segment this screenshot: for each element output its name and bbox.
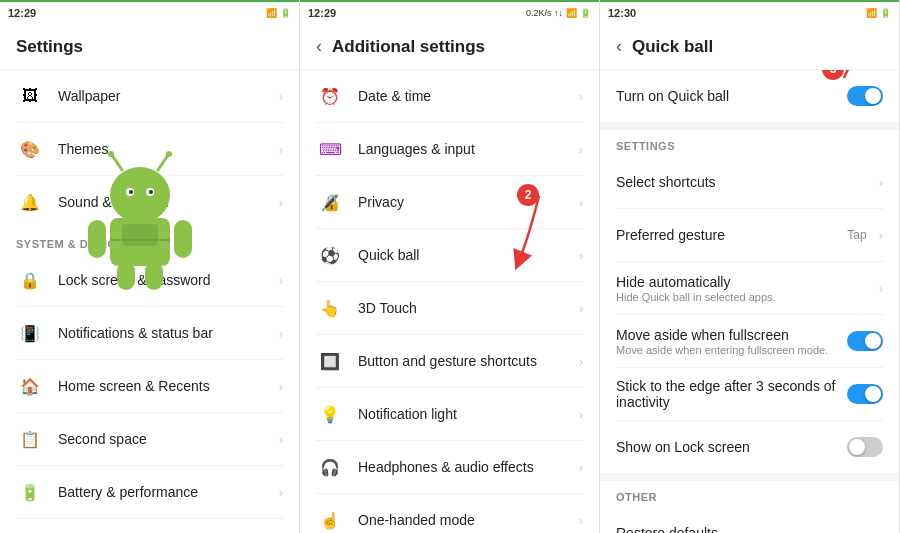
item-move-aside[interactable]: Move aside when fullscreen Move aside wh… xyxy=(600,315,899,367)
headphones-label: Headphones & audio effects xyxy=(358,459,571,475)
turn-on-label: Turn on Quick ball xyxy=(616,88,847,104)
badge-2: 2 xyxy=(517,184,539,206)
stick-edge-toggle[interactable] xyxy=(847,384,883,404)
item-homescreen[interactable]: 🏠 Home screen & Recents › xyxy=(0,360,299,412)
notifications-label: Notifications & status bar xyxy=(58,325,271,341)
headphones-icon: 🎧 xyxy=(316,453,344,481)
system-device-label: SYSTEM & DEVICE xyxy=(0,228,299,254)
touch3d-label: 3D Touch xyxy=(358,300,571,316)
item-datetime[interactable]: ⏰ Date & time › xyxy=(300,70,599,122)
wallpaper-chevron: › xyxy=(279,89,283,104)
left-panel-title: Settings xyxy=(16,37,83,57)
middle-panel-title: Additional settings xyxy=(332,37,485,57)
quickball-toggle[interactable] xyxy=(847,86,883,106)
move-aside-toggle[interactable] xyxy=(847,331,883,351)
right-panel: 12:30 📶 🔋 ‹ Quick ball Turn on Quick bal… xyxy=(600,0,900,533)
privacy-icon: 🔏 xyxy=(316,188,344,216)
item-button-gestures[interactable]: 🔲 Button and gesture shortcuts › xyxy=(300,335,599,387)
quickball-label: Quick ball xyxy=(358,247,571,263)
back-arrow-middle[interactable]: ‹ xyxy=(316,36,322,57)
back-arrow-right[interactable]: ‹ xyxy=(616,36,622,57)
secondspace-label: Second space xyxy=(58,431,271,447)
right-settings-list: Turn on Quick ball 3 SETTINGS Se xyxy=(600,70,899,533)
move-aside-label: Move aside when fullscreen xyxy=(616,327,847,343)
item-quickball[interactable]: ⚽ Quick ball › xyxy=(300,229,599,281)
quickball-icon: ⚽ xyxy=(316,241,344,269)
item-lockscreen[interactable]: 🔒 Lock screen & password › xyxy=(0,254,299,306)
move-aside-sub: Move aside when entering fullscreen mode… xyxy=(616,344,847,356)
item-wallpaper[interactable]: 🖼 Wallpaper › xyxy=(0,70,299,122)
item-show-lock[interactable]: Show on Lock screen xyxy=(600,421,899,473)
item-privacy[interactable]: 🔏 Privacy › 2 xyxy=(300,176,599,228)
time-right: 12:30 xyxy=(608,7,636,19)
notif-light-icon: 💡 xyxy=(316,400,344,428)
status-icons-left: 📶 🔋 xyxy=(266,8,291,18)
middle-panel: 12:29 0.2K/s ↑↓ 📶 🔋 ‹ Additional setting… xyxy=(300,0,600,533)
item-restore-defaults[interactable]: Restore defaults xyxy=(600,507,899,533)
sound-chevron: › xyxy=(279,195,283,210)
item-onehanded[interactable]: ☝ One-handed mode › xyxy=(300,494,599,533)
item-select-shortcuts[interactable]: Select shortcuts › xyxy=(600,156,899,208)
time-left: 12:29 xyxy=(8,7,36,19)
themes-chevron: › xyxy=(279,142,283,157)
item-themes[interactable]: 🎨 Themes › xyxy=(0,123,299,175)
notif-light-label: Notification light xyxy=(358,406,571,422)
item-hide-auto[interactable]: Hide automatically Hide Quick ball in se… xyxy=(600,262,899,314)
left-settings-list: 🖼 Wallpaper › 🎨 Themes › 🔔 Sound & vibra… xyxy=(0,70,299,533)
other-section-label: OTHER xyxy=(600,481,899,507)
wallpaper-label: Wallpaper xyxy=(58,88,271,104)
stick-edge-label: Stick to the edge after 3 seconds of ina… xyxy=(616,378,847,410)
panel-header-left: Settings xyxy=(0,24,299,70)
lockscreen-label: Lock screen & password xyxy=(58,272,271,288)
item-storage[interactable]: 💾 Storage › xyxy=(0,519,299,533)
homescreen-icon: 🏠 xyxy=(16,372,44,400)
item-turn-on-quickball[interactable]: Turn on Quick ball 3 xyxy=(600,70,899,122)
item-secondspace[interactable]: 📋 Second space › xyxy=(0,413,299,465)
item-headphones[interactable]: 🎧 Headphones & audio effects › xyxy=(300,441,599,493)
right-panel-title: Quick ball xyxy=(632,37,713,57)
notifications-icon: 📳 xyxy=(16,319,44,347)
panel-header-middle: ‹ Additional settings xyxy=(300,24,599,70)
item-battery[interactable]: 🔋 Battery & performance › xyxy=(0,466,299,518)
themes-icon: 🎨 xyxy=(16,135,44,163)
item-languages[interactable]: ⌨ Languages & input › xyxy=(300,123,599,175)
onehanded-icon: ☝ xyxy=(316,506,344,533)
item-preferred-gesture[interactable]: Preferred gesture Tap › xyxy=(600,209,899,261)
preferred-gesture-value: Tap xyxy=(847,228,866,242)
item-stick-edge[interactable]: Stick to the edge after 3 seconds of ina… xyxy=(600,368,899,420)
sound-icon: 🔔 xyxy=(16,188,44,216)
select-shortcuts-label: Select shortcuts xyxy=(616,174,871,190)
status-bar-middle: 12:29 0.2K/s ↑↓ 📶 🔋 xyxy=(300,2,599,24)
show-lock-toggle[interactable] xyxy=(847,437,883,457)
middle-settings-list: ⏰ Date & time › ⌨ Languages & input › 🔏 … xyxy=(300,70,599,533)
wallpaper-icon: 🖼 xyxy=(16,82,44,110)
hide-auto-label: Hide automatically xyxy=(616,274,871,290)
status-bar-right: 12:30 📶 🔋 xyxy=(600,2,899,24)
item-3dtouch[interactable]: 👆 3D Touch › xyxy=(300,282,599,334)
lockscreen-icon: 🔒 xyxy=(16,266,44,294)
left-panel: 12:29 📶 🔋 Settings xyxy=(0,0,300,533)
panel-header-right: ‹ Quick ball xyxy=(600,24,899,70)
time-middle: 12:29 xyxy=(308,7,336,19)
battery-label: Battery & performance xyxy=(58,484,271,500)
item-notif-light[interactable]: 💡 Notification light › xyxy=(300,388,599,440)
sound-label: Sound & vibration xyxy=(58,194,271,210)
show-lock-label: Show on Lock screen xyxy=(616,439,847,455)
languages-label: Languages & input xyxy=(358,141,571,157)
hide-auto-sub: Hide Quick ball in selected apps. xyxy=(616,291,871,303)
item-notifications[interactable]: 📳 Notifications & status bar › xyxy=(0,307,299,359)
item-sound[interactable]: 🔔 Sound & vibration › xyxy=(0,176,299,228)
status-icons-middle: 0.2K/s ↑↓ 📶 🔋 xyxy=(526,8,591,18)
preferred-gesture-label: Preferred gesture xyxy=(616,227,847,243)
onehanded-label: One-handed mode xyxy=(358,512,571,528)
restore-label: Restore defaults xyxy=(616,525,883,533)
themes-label: Themes xyxy=(58,141,271,157)
datetime-icon: ⏰ xyxy=(316,82,344,110)
badge-3: 3 xyxy=(822,70,844,80)
status-bar-left: 12:29 📶 🔋 xyxy=(0,2,299,24)
gestures-label: Button and gesture shortcuts xyxy=(358,353,571,369)
gestures-icon: 🔲 xyxy=(316,347,344,375)
status-icons-right: 📶 🔋 xyxy=(866,8,891,18)
homescreen-label: Home screen & Recents xyxy=(58,378,271,394)
battery-icon: 🔋 xyxy=(16,478,44,506)
